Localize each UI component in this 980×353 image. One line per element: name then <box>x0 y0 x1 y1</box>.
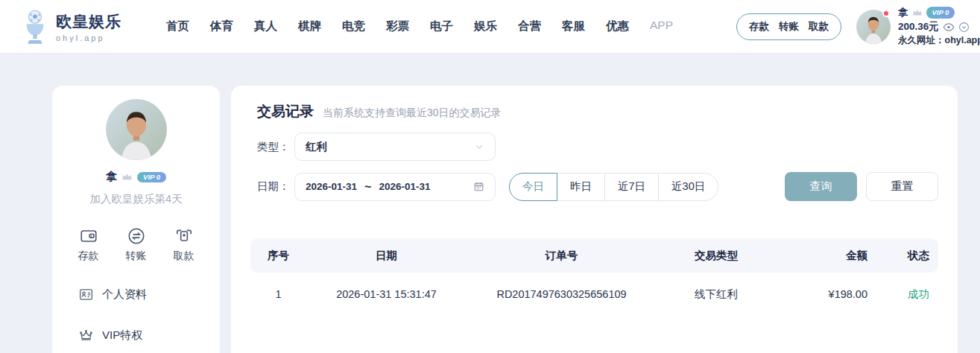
date-range-input[interactable]: 2026-01-31 ~ 2026-01-31 <box>294 173 496 201</box>
sidebar-menu: 个人资料 VIP特权 <box>52 287 220 343</box>
chevron-down-icon <box>474 141 484 152</box>
crown-icon <box>78 328 94 343</box>
col-header-amount: 金额 <box>776 249 867 263</box>
quick-action-label: 取款 <box>174 249 195 263</box>
cell-status: 成功 <box>867 287 938 302</box>
crown-icon <box>121 172 133 182</box>
sidebar-vip-badge: VIP 0 <box>137 172 166 182</box>
balance-amount: 200.36元 <box>898 20 939 34</box>
page-subtitle: 当前系统支持查询最近30日的交易记录 <box>323 106 502 120</box>
top-header: 欧皇娱乐 ohyl.app 首页 体育 真人 棋牌 电竞 彩票 电子 娱乐 合营… <box>0 0 980 54</box>
table-header: 序号 日期 订单号 交易类型 金额 状态 <box>250 238 938 273</box>
brand-logo[interactable]: 欧皇娱乐 ohyl.app <box>21 10 121 44</box>
cell-index: 1 <box>250 288 306 300</box>
date-range-presets: 今日 昨日 近7日 近30日 <box>509 173 718 201</box>
deposit-button[interactable]: 存款 <box>749 20 769 34</box>
type-select-value: 红利 <box>306 140 327 154</box>
vip-badge: VIP 0 <box>926 7 955 19</box>
brand-domain: ohyl.app <box>56 34 121 42</box>
quick-action-label: 存款 <box>78 249 99 263</box>
header-right-cluster: 存款 转账 取款 <box>736 6 980 47</box>
notification-dot <box>882 10 890 17</box>
col-header-date: 日期 <box>306 249 467 263</box>
transfer-icon <box>126 226 147 246</box>
wallet-icon <box>78 226 99 246</box>
table-row: 1 2026-01-31 15:31:47 RD2017497630325656… <box>250 273 938 316</box>
nav-esports[interactable]: 电竞 <box>342 19 365 34</box>
transfer-button[interactable]: 转账 <box>779 20 799 34</box>
wallet-actions-pill: 存款 转账 取款 <box>736 13 841 40</box>
withdraw-button[interactable]: 取款 <box>809 20 829 34</box>
eye-icon[interactable] <box>943 22 955 32</box>
transactions-panel: 交易记录 当前系统支持查询最近30日的交易记录 类型： 红利 日期： 2026-… <box>231 86 958 353</box>
nav-lottery[interactable]: 彩票 <box>386 19 409 34</box>
type-filter-label: 类型： <box>257 140 294 154</box>
range-30days-button[interactable]: 近30日 <box>658 173 718 201</box>
type-select[interactable]: 红利 <box>294 133 496 161</box>
range-7days-button[interactable]: 近7日 <box>604 173 659 201</box>
range-yesterday-button[interactable]: 昨日 <box>557 173 605 201</box>
page-body: 拿 VIP 0 加入欧皇娱乐第4天 存款 <box>0 54 980 353</box>
cell-order-no: RD2017497630325656109 <box>467 288 657 300</box>
sidebar-transfer[interactable]: 转账 <box>126 226 147 263</box>
search-button[interactable]: 查询 <box>785 172 857 201</box>
nav-support[interactable]: 客服 <box>562 19 585 34</box>
withdraw-icon <box>174 226 195 246</box>
sidebar-item-profile[interactable]: 个人资料 <box>78 287 220 302</box>
sidebar-item-label: 个人资料 <box>102 287 147 302</box>
crown-icon <box>912 8 923 17</box>
sidebar-item-vip[interactable]: VIP特权 <box>78 328 220 343</box>
sidebar-item-label: VIP特权 <box>102 328 142 343</box>
nav-promotions[interactable]: 优惠 <box>606 19 629 34</box>
date-to-value: 2026-01-31 <box>379 181 430 192</box>
col-header-status: 状态 <box>867 249 938 263</box>
nav-home[interactable]: 首页 <box>166 19 189 34</box>
nav-board-games[interactable]: 棋牌 <box>298 19 321 34</box>
col-header-index: 序号 <box>250 249 306 263</box>
user-info: 拿 VIP 0 200.36元 <box>898 6 980 47</box>
user-avatar[interactable] <box>856 10 891 44</box>
calendar-icon <box>473 181 484 192</box>
page: 欧皇娱乐 ohyl.app 首页 体育 真人 棋牌 电竞 彩票 电子 娱乐 合营… <box>0 0 980 353</box>
transactions-table: 序号 日期 订单号 交易类型 金额 状态 1 2026-01-31 15:31:… <box>250 238 938 316</box>
permanent-url: 永久网址：ohyl.app <box>898 34 980 48</box>
sidebar-quick-actions: 存款 转账 <box>52 226 220 263</box>
nav-partnership[interactable]: 合营 <box>518 19 541 34</box>
cell-date: 2026-01-31 15:31:47 <box>306 288 467 300</box>
range-today-button[interactable]: 今日 <box>509 173 557 201</box>
nav-slots[interactable]: 电子 <box>430 19 453 34</box>
username: 拿 <box>898 6 908 20</box>
profile-sidebar: 拿 VIP 0 加入欧皇娱乐第4天 存款 <box>52 86 220 353</box>
date-filter-label: 日期： <box>257 179 294 194</box>
cell-amount: ¥198.00 <box>776 288 867 300</box>
nav-entertainment[interactable]: 娱乐 <box>474 19 497 34</box>
joined-days-text: 加入欧皇娱乐第4天 <box>52 192 220 206</box>
sidebar-withdraw[interactable]: 取款 <box>174 226 195 263</box>
date-separator: ~ <box>364 180 371 194</box>
nav-sports[interactable]: 体育 <box>210 19 233 34</box>
quick-action-label: 转账 <box>126 249 147 263</box>
nav-live[interactable]: 真人 <box>254 19 277 34</box>
trophy-logo-icon <box>21 10 49 44</box>
sidebar-username: 拿 <box>106 170 117 184</box>
sidebar-avatar <box>106 99 167 160</box>
date-from-value: 2026-01-31 <box>306 181 357 192</box>
col-header-type: 交易类型 <box>657 249 776 263</box>
nav-app[interactable]: APP <box>650 19 673 34</box>
cell-type: 线下红利 <box>657 287 776 302</box>
col-header-order-no: 订单号 <box>467 249 657 263</box>
page-title: 交易记录 <box>257 102 314 121</box>
main-nav: 首页 体育 真人 棋牌 电竞 彩票 电子 娱乐 合营 客服 优惠 APP <box>166 19 673 34</box>
balance-dropdown-icon[interactable] <box>958 22 970 33</box>
brand-title: 欧皇娱乐 <box>56 11 121 32</box>
sidebar-deposit[interactable]: 存款 <box>78 226 99 263</box>
reset-button[interactable]: 重置 <box>866 172 938 201</box>
id-card-icon <box>78 287 94 302</box>
